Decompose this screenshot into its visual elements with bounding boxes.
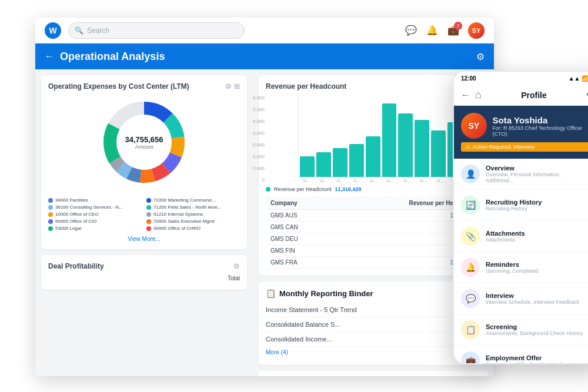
deal-settings-icon[interactable]: ⚙ — [233, 262, 240, 270]
chart-action-icons: ⚙ ⊞ — [225, 82, 240, 91]
revenue-header: Revenue per Headcount ⚙ ⊞ — [266, 82, 481, 91]
menu-item-sub: Upcoming, Completed — [486, 268, 588, 274]
legend-dot — [48, 226, 53, 231]
revenue-title: Revenue per Headcount — [266, 82, 346, 91]
menu-item-text: Recruiting History Recruiting History — [486, 199, 588, 212]
deal-profitability-header: Deal Profitability ⚙ — [48, 262, 240, 270]
mobile-menu-interview[interactable]: 💬 Interview Interview Schedule, Intervie… — [454, 283, 588, 314]
mobile-avatar: SY — [461, 113, 487, 139]
mobile-menu-employment-offer[interactable]: 💼 Employment Offer Employment Offer Deta… — [454, 346, 588, 364]
menu-item-text: Employment Offer Employment Offer Detail… — [486, 354, 588, 364]
legend-dot — [146, 205, 151, 210]
bar — [431, 130, 446, 177]
table-row: GMS DEU 803,457 — [266, 233, 481, 245]
legend-dot — [48, 212, 53, 217]
menu-item-title: Overview — [486, 165, 588, 172]
briefcase-icon[interactable]: 💼 2 — [447, 24, 460, 37]
page-title: Operational Analysis — [60, 51, 165, 63]
deal-profitability-title: Deal Profitability — [48, 262, 104, 270]
legend-item: 71200 Field Sales - North Ame... — [146, 205, 240, 210]
legend-item: 72200 Marketing Communic... — [146, 197, 240, 203]
search-icon: 🔍 — [75, 26, 83, 35]
mobile-menu-screening[interactable]: 📋 Screening Assessments, Background Chec… — [454, 314, 588, 346]
monthly-binder-title: Monthly Reporting Binder — [279, 289, 373, 298]
mobile-alert: ⚠ Action Required: Interview — [461, 142, 588, 152]
balance-sheet-card: 📋 Balance Sheet AR Aging Analysis › AR b… — [259, 371, 488, 376]
menu-item-title: Attachments — [486, 230, 588, 237]
nav-icons: 💬 🔔 💼 2 SY — [405, 22, 485, 39]
operating-expenses-header: Operating Expenses by Cost Center (LTM) … — [48, 82, 240, 91]
legend-item: 53000 Legal — [48, 226, 142, 231]
binder-icon: 📋 — [266, 289, 276, 298]
menu-item-sub: Interview Schedule, Interview Feedback — [486, 299, 588, 305]
bar — [382, 103, 397, 177]
legend-dot — [146, 219, 151, 224]
alert-text: Action Required: Interview — [473, 144, 534, 150]
donut-chart-container: 34,755,656 Amount — [48, 95, 240, 194]
reminders-icon: 🔔 — [461, 258, 480, 277]
menu-item-title: Recruiting History — [486, 199, 588, 206]
legend-item: 70000 Sales Executive Mgmt — [146, 219, 240, 224]
avatar[interactable]: SY — [468, 22, 485, 39]
donut-center: 34,755,656 Amount — [125, 135, 163, 150]
filter-icon[interactable]: ⚙ — [225, 82, 232, 91]
workday-logo: W — [45, 22, 61, 39]
list-item[interactable]: Income Statement - 5 Qtr Trend › — [266, 303, 481, 317]
badge-count: 2 — [454, 22, 462, 30]
mobile-menu-attachments[interactable]: 📎 Attachments Attachments › — [454, 221, 588, 252]
bar — [398, 113, 413, 177]
back-button[interactable]: ← — [45, 51, 54, 62]
revenue-dot — [266, 187, 270, 192]
list-item[interactable]: Consolidated Income... › — [266, 332, 481, 347]
monthly-binder-header: 📋 Monthly Reporting Binder — [266, 289, 481, 298]
mobile-menu-overview[interactable]: 👤 Overview Overview, Personal Informatio… — [454, 159, 588, 190]
legend-item: 60000 Office of CIO — [48, 219, 142, 224]
attachments-icon: 📎 — [461, 227, 480, 246]
legend-dot — [146, 198, 151, 203]
chart-legend: 34000 Facilities 72200 Marketing Communi… — [48, 197, 240, 231]
legend-dot — [48, 198, 53, 203]
menu-item-text: Overview Overview, Personal Information,… — [486, 165, 588, 183]
operating-expenses-card: Operating Expenses by Cost Center (LTM) … — [41, 75, 247, 249]
menu-item-text: Attachments Attachments — [486, 230, 588, 243]
screening-icon: 📋 — [461, 320, 480, 339]
mobile-overlay: 12:00 ▲▲ 📶 🔋 ← ⌂ Profile ••• SY Sota Yos… — [453, 71, 588, 364]
alert-icon: ⚠ — [466, 144, 470, 150]
chat-icon[interactable]: 💬 — [405, 24, 417, 37]
deal-profitability-card: Deal Profitability ⚙ Total — [41, 255, 247, 290]
more-link[interactable]: More (4) — [266, 347, 481, 358]
notification-icon[interactable]: 🔔 — [426, 24, 439, 37]
view-more-link[interactable]: View More... — [48, 236, 240, 242]
expand-icon[interactable]: ⊞ — [234, 82, 240, 91]
table-row: GMS FIN 0 — [266, 245, 481, 257]
search-bar[interactable]: 🔍 Search — [68, 22, 245, 39]
menu-item-sub: Recruiting History — [486, 206, 588, 212]
mobile-role: For: R 85293 Chief Technology Officer (C… — [493, 125, 588, 137]
page-header: ← Operational Analysis ⚙ — [35, 43, 494, 69]
employment-offer-icon: 💼 — [461, 351, 480, 364]
legend-dot — [48, 219, 53, 224]
menu-item-title: Screening — [486, 323, 588, 330]
browser-window: W 🔍 Search 💬 🔔 💼 2 SY ← Operational Anal… — [35, 18, 494, 376]
mobile-home-icon[interactable]: ⌂ — [475, 89, 482, 101]
mobile-menu-reminders[interactable]: 🔔 Reminders Upcoming, Completed › — [454, 252, 588, 283]
table-row: GMS CAN 514,760 — [266, 222, 481, 233]
menu-item-text: Reminders Upcoming, Completed — [486, 261, 588, 274]
legend-item: 36100 Consulting Services - N... — [48, 205, 142, 210]
recruiting-icon: 🔄 — [461, 196, 480, 215]
legend-dot — [146, 212, 151, 217]
table-header-company: Company — [266, 197, 336, 210]
content-area: Operating Expenses by Cost Center (LTM) … — [35, 69, 494, 376]
revenue-table: Company Revenue per Headcount GMS AUS 1,… — [266, 197, 481, 269]
mobile-signal-icons: ▲▲ 📶 🔋 — [569, 75, 588, 82]
mobile-menu-recruiting[interactable]: 🔄 Recruiting History Recruiting History … — [454, 190, 588, 221]
mobile-nav-bar: ← ⌂ Profile ••• — [454, 85, 588, 106]
menu-item-sub: Overview, Personal Information, Addition… — [486, 172, 588, 183]
bar-chart-wrapper: 3,500,000 3,000,000 2,500,000 2,000,000 … — [266, 95, 481, 183]
list-item[interactable]: Consolidated Balance S... › — [266, 317, 481, 332]
operating-expenses-title: Operating Expenses by Cost Center (LTM) — [48, 82, 189, 91]
bar — [349, 144, 364, 177]
mobile-back-button[interactable]: ← — [461, 90, 470, 100]
settings-icon[interactable]: ⚙ — [476, 51, 485, 62]
legend-item: 34000 Facilities — [48, 197, 142, 203]
